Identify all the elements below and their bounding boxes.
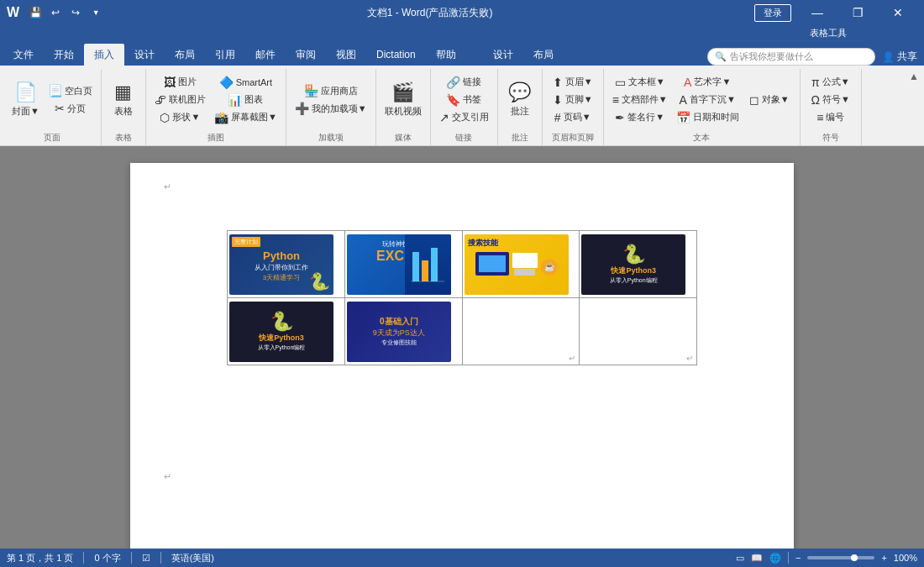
my-addins-button[interactable]: ➕ 我的加载项▼ [291,100,370,117]
object-icon: ◻ [749,93,759,107]
print-view-icon[interactable]: ▭ [736,553,744,564]
cross-ref-button[interactable]: ↗ 交叉引用 [436,109,492,126]
dropcap-button[interactable]: A 首字下沉▼ [673,92,743,108]
group-illustration: 🖼 图片 🖇 联机图片 ⬡ 形状▼ 🔷 SmartArt 📊 [146,69,286,145]
tab-home[interactable]: 开始 [44,44,84,66]
tab-insert[interactable]: 插入 [84,44,124,66]
equation-button[interactable]: π 公式▼ [806,74,856,91]
docparts-button[interactable]: ≡ 文档部件▼ [609,92,671,108]
table-button[interactable]: ▦ 表格 [107,76,140,123]
object-button[interactable]: ◻ 对象▼ [744,92,795,108]
tab-review[interactable]: 审阅 [286,44,326,66]
zoom-thumb [851,554,858,561]
login-button[interactable]: 登录 [754,4,791,22]
web-view-icon[interactable]: 🌐 [769,553,781,564]
page-number-button[interactable]: # 页码▼ [548,109,598,126]
bookmark-button[interactable]: 🔖 书签 [436,92,492,108]
card-search-monitor [475,252,509,276]
tab-table-layout[interactable]: 布局 [523,44,564,66]
footer-button[interactable]: ⬇ 页脚▼ [548,92,598,108]
qat-customize-button[interactable]: ▼ [87,3,105,22]
word-count: 0 个字 [94,552,120,564]
group-page: 📄 封面▼ 📃 空白页 ✂ 分页 页面 [3,69,102,145]
close-button[interactable]: ✕ [879,0,917,25]
header-button[interactable]: ⬆ 页眉▼ [548,74,598,91]
comment-button[interactable]: 💬 批注 [503,76,537,123]
tab-mailings[interactable]: 邮件 [245,44,286,66]
hf-col: ⬆ 页眉▼ ⬇ 页脚▼ # 页码▼ [548,74,598,126]
cover-button[interactable]: 📄 封面▼ [8,76,43,123]
group-page-label: 页面 [8,130,96,145]
smartart-button[interactable]: 🔷 SmartArt [211,74,281,91]
datetime-icon: 📅 [676,111,690,124]
picture-button[interactable]: 🖼 图片 [151,74,209,91]
zoom-in-button[interactable]: + [881,553,886,563]
numbering-label: 编号 [826,111,844,123]
online-video-label: 联机视频 [385,105,422,118]
tab-help[interactable]: 帮助 [426,44,466,66]
read-view-icon[interactable]: 📖 [751,553,763,564]
tab-view[interactable]: 视图 [326,44,366,66]
redo-button[interactable]: ↪ [66,3,85,22]
group-media-content: 🎬 联机视频 [381,69,425,130]
signature-button[interactable]: ✒ 签名行▼ [609,109,671,126]
quick-access-toolbar: 💾 ↩ ↪ ▼ [26,3,105,22]
my-addins-icon: ➕ [295,102,309,115]
wordart-button[interactable]: A 艺术字▼ [673,74,743,91]
table-tools-label: 表格工具 [800,25,857,41]
store-label: 应用商店 [321,85,358,97]
tab-table-design[interactable]: 设计 [483,44,523,66]
tab-file[interactable]: 文件 [3,44,44,66]
numbering-button[interactable]: ≡ 编号 [806,109,856,126]
tab-layout[interactable]: 布局 [165,44,205,66]
tab-references[interactable]: 引用 [205,44,245,66]
search-icon: 🔍 [715,51,727,62]
chart-button[interactable]: 📊 图表 [211,92,281,108]
store-button[interactable]: 🏪 应用商店 [291,82,370,99]
zoom-level[interactable]: 100% [894,553,917,563]
table-cell-1-4: 🐍 快速Python3 从零入Python编程 [580,231,697,298]
footer-label: 页脚▼ [565,93,593,106]
undo-button[interactable]: ↩ [46,3,65,22]
svg-rect-2 [431,248,438,281]
shape-label: 形状▼ [172,111,200,123]
online-video-button[interactable]: 🎬 联机视频 [381,76,425,123]
save-button[interactable]: 💾 [26,3,45,22]
zoom-slider[interactable] [807,556,874,559]
card-search: 搜索技能 ☕ [465,234,569,295]
group-table-content: ▦ 表格 [107,69,140,130]
link-button[interactable]: 🔗 链接 [436,74,492,91]
ribbon-collapse[interactable]: ▲ [907,69,921,145]
group-symbols-content: π 公式▼ Ω 符号▼ ≡ 编号 [806,69,856,130]
card-ps-sub: 专业修图技能 [381,339,417,347]
tab-design[interactable]: 设计 [124,44,165,66]
search-placeholder: 告诉我你想要做什么 [730,50,813,63]
share-button[interactable]: 👤 共享 [882,50,917,64]
shape-button[interactable]: ⬡ 形状▼ [151,109,209,126]
page-break-button[interactable]: ✂ 分页 [45,100,96,117]
card-search-keyboard [512,253,538,276]
page-number-icon: # [554,111,561,124]
restore-button[interactable]: ❐ [838,0,877,25]
dropcap-icon: A [680,93,687,107]
card-python3-dark: 🐍 快速Python3 从零入Python编程 [581,234,685,295]
card-search-mug: ☕ [541,259,558,276]
tab-dictation[interactable]: Dictation [366,44,426,66]
textbox-button[interactable]: ▭ 文本框▼ [609,74,671,91]
minimize-button[interactable]: — [798,0,837,25]
titlebar-right: 登录 — ❐ ✕ [754,0,917,25]
symbol-button[interactable]: Ω 符号▼ [806,92,856,108]
cross-ref-label: 交叉引用 [452,111,489,123]
search-box[interactable]: 🔍 告诉我你想要做什么 [707,48,875,66]
group-addins-content: 🏪 应用商店 ➕ 我的加载项▼ [291,69,370,130]
card-ps-days: 9天成为PS达人 [373,328,425,339]
addins-col: 🏪 应用商店 ➕ 我的加载项▼ [291,82,370,117]
textbox-label: 文本框▼ [628,76,665,88]
header-icon: ⬆ [553,76,563,89]
blank-page-button[interactable]: 📃 空白页 [45,82,96,99]
datetime-button[interactable]: 📅 日期和时间 [673,109,743,126]
window-title: 文档1 - Word(产品激活失败) [105,6,754,20]
zoom-out-button[interactable]: − [795,553,801,563]
online-picture-button[interactable]: 🖇 联机图片 [151,92,209,108]
screenshot-button[interactable]: 📸 屏幕截图▼ [211,109,281,126]
